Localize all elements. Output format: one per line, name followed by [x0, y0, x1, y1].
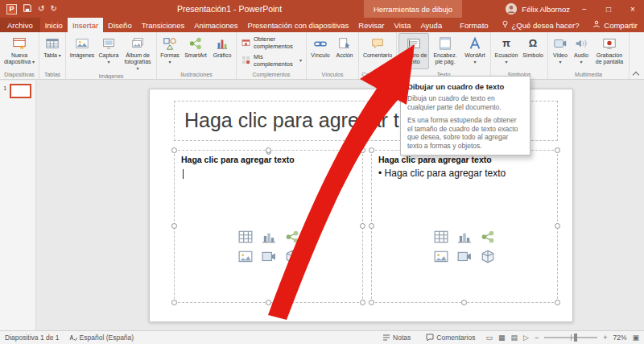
zoom-in-icon[interactable]: + [603, 334, 607, 342]
content-placeholder-right[interactable]: Haga clic para agregar texto • Haga clic… [371, 150, 558, 303]
pictures-button[interactable]: Imágenes [68, 33, 97, 73]
slideshow-view-icon[interactable]: ▷ [523, 334, 529, 342]
normal-view-icon[interactable]: ▭ [485, 334, 493, 342]
resize-handle[interactable] [555, 147, 560, 153]
minimize-button[interactable]: − [575, 0, 594, 18]
wordart-button[interactable]: WordArt ▾ [461, 33, 489, 69]
insert-picture-icon[interactable] [434, 250, 448, 264]
comment-icon [369, 35, 386, 52]
resize-handle[interactable] [461, 300, 467, 305]
resize-handle[interactable] [360, 223, 365, 229]
my-add-ins-button[interactable]: Mis complementos ▾ [238, 52, 304, 68]
ribbon: Nueva diapositiva ▾ Diapositivas Tabla ▾… [0, 32, 644, 80]
insert-video-icon[interactable] [262, 250, 276, 264]
dropdown-caret-icon: ▾ [505, 60, 507, 64]
smartart-button[interactable]: SmartArt [181, 33, 210, 69]
comments-icon [426, 334, 434, 342]
insert-table-icon[interactable] [238, 230, 253, 244]
close-button[interactable]: × [623, 0, 642, 18]
insert-picture-icon[interactable] [238, 250, 253, 264]
zoom-out-icon[interactable]: − [535, 334, 539, 342]
shapes-button[interactable]: Formas ▾ [159, 33, 181, 69]
tell-me-search[interactable]: ¿Qué desea hacer? [502, 18, 580, 32]
resize-handle[interactable] [369, 300, 374, 305]
language-indicator[interactable]: Español (España) [64, 334, 139, 342]
tab-revisar[interactable]: Revisar [353, 18, 389, 32]
zoom-slider-thumb[interactable] [574, 334, 577, 342]
button-label: Mis complementos [254, 53, 297, 68]
tab-archivo[interactable]: Archivo [0, 18, 40, 32]
insert-3d-model-icon[interactable] [481, 250, 495, 264]
resize-handle[interactable] [266, 300, 271, 305]
tab-vista[interactable]: Vista [389, 18, 415, 32]
redo-icon[interactable]: ↻ [50, 5, 56, 13]
pi-icon: π [498, 35, 514, 52]
window-title: Presentación1 - PowerPoint [133, 4, 326, 14]
tab-insertar[interactable]: Insertar [68, 18, 103, 32]
zoom-slider[interactable] [544, 337, 597, 338]
insert-smartart-icon[interactable] [481, 230, 495, 244]
maximize-button[interactable]: □ [599, 0, 618, 18]
resize-handle[interactable] [266, 147, 271, 153]
button-label: Video [553, 52, 568, 58]
slide-thumbnail[interactable] [10, 84, 31, 98]
content-placeholder-left[interactable]: ↻ Haga clic para agregar texto [174, 150, 363, 303]
resize-handle[interactable] [369, 223, 374, 229]
photo-album-button[interactable]: Álbum de fotografías ▾ [121, 33, 155, 73]
slide-sorter-view-icon[interactable]: ▦ [498, 334, 506, 342]
text-box-button[interactable]: Cuadro de texto [398, 33, 429, 69]
insert-3d-model-icon[interactable] [285, 250, 299, 264]
notes-label: Notas [393, 334, 411, 342]
new-slide-button[interactable]: Nueva diapositiva ▾ [2, 33, 37, 69]
resize-handle[interactable] [369, 147, 374, 153]
header-footer-button[interactable]: Encabez. pie pág. [429, 33, 461, 69]
tab-animaciones[interactable]: Animaciones [189, 18, 242, 32]
screen-recording-button[interactable]: Grabación de pantalla [592, 33, 627, 69]
tab-inicio[interactable]: Inicio [40, 18, 68, 32]
comments-button[interactable]: Comentarios [421, 334, 480, 342]
insert-smartart-icon[interactable] [285, 230, 299, 244]
chart-button[interactable]: Gráfico [210, 33, 234, 69]
resize-handle[interactable] [555, 223, 560, 229]
resize-handle[interactable] [555, 300, 560, 305]
insert-chart-icon[interactable] [262, 230, 276, 244]
add-ins-icon [241, 55, 251, 65]
lightbulb-icon [502, 20, 509, 30]
button-label: Ecuación [495, 52, 518, 58]
insert-video-icon[interactable] [457, 250, 472, 264]
tab-ayuda[interactable]: Ayuda [415, 18, 447, 32]
comment-button[interactable]: Comentario [361, 33, 394, 69]
tab-transiciones[interactable]: Transiciones [137, 18, 190, 32]
screenshot-button[interactable]: Captura ▾ [97, 33, 121, 73]
audio-button[interactable]: Audio ▾ [571, 33, 592, 69]
tab-presentacion[interactable]: Presentación con diapositivas [243, 18, 354, 32]
notes-button[interactable]: Notas [378, 334, 415, 342]
share-button[interactable]: Compartir [586, 18, 644, 32]
resize-handle[interactable] [171, 223, 177, 229]
resize-handle[interactable] [171, 147, 177, 153]
user-avatar[interactable] [506, 3, 517, 15]
reading-view-icon[interactable]: ▤ [511, 334, 518, 342]
insert-chart-icon[interactable] [457, 230, 472, 244]
user-name[interactable]: Félix Albornoz [522, 5, 570, 14]
zoom-level[interactable]: 72% [613, 334, 626, 342]
resize-handle[interactable] [360, 147, 365, 153]
insert-table-icon[interactable] [434, 230, 448, 244]
action-button[interactable]: Acción [332, 33, 357, 69]
fit-slide-icon[interactable]: ▣ [632, 334, 639, 342]
symbol-button[interactable]: Ω Símbolo [520, 33, 546, 69]
resize-handle[interactable] [171, 300, 177, 305]
tab-formato[interactable]: Formato [455, 18, 493, 32]
button-label: Obtener complementos [254, 35, 302, 50]
video-button[interactable]: Video ▾ [550, 33, 571, 69]
get-add-ins-button[interactable]: Obtener complementos [238, 35, 304, 51]
collapse-ribbon-icon[interactable] [634, 70, 639, 76]
link-button[interactable]: Vínculo [308, 33, 332, 69]
table-button[interactable]: Tabla ▾ [41, 33, 64, 69]
equation-button[interactable]: π Ecuación ▾ [493, 33, 520, 69]
resize-handle[interactable] [360, 300, 365, 305]
tab-diseno[interactable]: Diseño [103, 18, 137, 32]
undo-icon[interactable]: ↺ [38, 5, 44, 13]
save-icon[interactable] [23, 3, 32, 15]
button-label: Encabez. pie pág. [433, 52, 456, 64]
